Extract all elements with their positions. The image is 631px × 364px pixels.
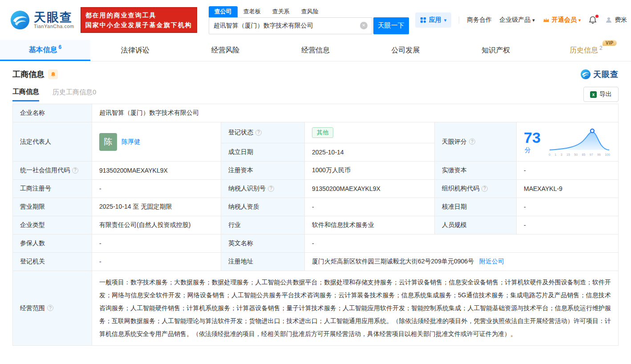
tab-operation-info[interactable]: 经营信息 xyxy=(271,40,361,61)
tianyancha-watermark: 天眼查 xyxy=(580,69,619,80)
score-unit: 分 xyxy=(525,146,531,154)
help-icon[interactable]: ? xyxy=(481,186,488,192)
paid-capital-value: - xyxy=(517,162,619,180)
vip-badge: VIP xyxy=(603,40,617,46)
tab-count: 6 xyxy=(58,44,61,50)
tab-history-info[interactable]: 历史信息 2 VIP xyxy=(541,40,631,61)
notification-bell-icon[interactable] xyxy=(588,16,597,24)
business-info-table: 企业名称 超讯智算（厦门）数字技术有限公司 法定代表人 陈 陈厚健 登记状态? … xyxy=(12,104,619,346)
help-icon[interactable]: ? xyxy=(72,167,78,174)
legal-rep-link[interactable]: 陈厚健 xyxy=(121,138,140,146)
subscribe-bell-icon[interactable] xyxy=(48,69,58,79)
reg-authority-value: - xyxy=(92,253,221,271)
table-row: 法定代表人 陈 陈厚健 登记状态? 其他 天眼评分? 73分 xyxy=(13,122,619,143)
table-row: 企业名称 超讯智算（厦门）数字技术有限公司 xyxy=(13,104,619,122)
tab-label: 经营信息 xyxy=(301,46,330,55)
field-label-taxpayer-quality: 纳税人资质 xyxy=(221,198,305,216)
establish-date-value: 2025-10-14 xyxy=(305,143,435,162)
subtab-label: 历史工商信息 xyxy=(53,88,93,96)
subtab-count: 0 xyxy=(93,88,96,96)
user-avatar-icon xyxy=(605,16,613,24)
apps-menu-button[interactable]: 应用 ▾ xyxy=(415,12,452,28)
reg-capital-value: 1000万人民币 xyxy=(305,162,435,180)
header-menu: 应用 ▾ 商务合作 企业级产品 ▾ 开通会员 ▾ xyxy=(415,12,627,28)
user-menu[interactable]: 费米 xyxy=(605,16,627,24)
top-header: 天眼查 TianYanCha.com 都在用的商业查询工具 国家中小企业发展子基… xyxy=(0,0,631,40)
help-icon[interactable]: ? xyxy=(255,129,262,136)
tianyan-score: 73分 xyxy=(524,128,611,156)
approval-date-value: - xyxy=(517,198,619,216)
help-icon[interactable]: ? xyxy=(268,186,274,192)
field-label-score: 天眼评分? xyxy=(435,122,517,162)
menu-vip[interactable]: 开通会员 ▾ xyxy=(542,16,581,24)
tab-operation-risk[interactable]: 经营风险 xyxy=(180,40,271,61)
company-nav-tabs: 基本信息 6 法律诉讼 经营风险 经营信息 公司发展 知识产权 历史信息 2 V… xyxy=(0,40,631,61)
logo-title: 天眼查 xyxy=(34,11,74,24)
org-code-value: MAEXAYKL-9 xyxy=(517,180,619,198)
help-icon[interactable]: ? xyxy=(47,305,53,311)
search-tab-relation[interactable]: 查关系 xyxy=(267,6,295,17)
username-label: 费米 xyxy=(615,16,627,24)
enterprise-label: 企业级产品 xyxy=(499,16,530,24)
field-label-industry: 行业 xyxy=(221,216,305,235)
search-tab-company[interactable]: 查公司 xyxy=(209,6,238,17)
field-label-establish-date: 成立日期 xyxy=(221,143,305,162)
tab-basic-info[interactable]: 基本信息 6 xyxy=(0,40,90,61)
insured-count-value: - xyxy=(92,235,221,253)
status-badge: 其他 xyxy=(312,127,333,138)
tianyancha-logo-icon xyxy=(580,69,591,80)
tab-legal-litigation[interactable]: 法律诉讼 xyxy=(90,40,181,61)
tianyancha-logo-icon xyxy=(10,10,30,30)
credit-code-value: 91350200MAEXAYKL9X xyxy=(92,162,221,180)
field-label-approval-date: 核准日期 xyxy=(435,198,517,216)
search-tab-risk[interactable]: 查风险 xyxy=(295,6,324,17)
business-term-value: 2025-10-14 至 无固定期限 xyxy=(92,198,221,216)
search-box[interactable]: × xyxy=(209,17,372,34)
export-button[interactable]: x 导出 xyxy=(583,87,619,102)
search-tabs: 查公司 查老板 查关系 查风险 xyxy=(209,6,409,17)
field-label-english-name: 英文名称 xyxy=(221,235,305,253)
tab-count: 2 xyxy=(599,45,603,51)
search-button[interactable]: 天眼一下 xyxy=(373,17,409,34)
chevron-down-icon: ▾ xyxy=(578,17,581,23)
tab-label: 法律诉讼 xyxy=(121,46,150,55)
field-label-insured-count: 参保人数 xyxy=(13,235,92,253)
field-label-text: 统一社会信用代码 xyxy=(20,166,70,174)
tab-company-development[interactable]: 公司发展 xyxy=(360,40,451,61)
taxpayer-id-value: 91350200MAEXAYKL9X xyxy=(305,180,435,198)
field-label-org-code: 组织机构代码? xyxy=(435,180,517,198)
field-label-reg-address: 注册地址 xyxy=(221,253,305,271)
excel-icon: x xyxy=(590,91,597,98)
crown-icon xyxy=(542,17,550,23)
menu-cooperation[interactable]: 商务合作 xyxy=(467,16,492,24)
field-label-staff-size: 人员规模 xyxy=(435,216,517,235)
main-content: 工商信息 天眼查 工商信息 历史工商信息0 xyxy=(0,69,631,355)
help-icon[interactable]: ? xyxy=(469,138,475,145)
notification-dot xyxy=(595,15,599,18)
company-name-value: 超讯智算（厦门）数字技术有限公司 xyxy=(92,104,619,122)
business-info-subtabs: 工商信息 历史工商信息0 x 导出 xyxy=(12,87,619,102)
field-label-text: 纳税人识别号 xyxy=(228,185,266,192)
score-distribution-chart: 0131550859799100 xyxy=(548,128,611,156)
subtab-business-info[interactable]: 工商信息 xyxy=(12,88,39,101)
industry-value: 软件和信息技术服务业 xyxy=(305,216,435,235)
field-label-business-scope: 经营范围? xyxy=(13,271,92,346)
search-input[interactable] xyxy=(214,22,360,29)
table-row: 登记机关 - 注册地址 厦门火炬高新区软件园三期诚毅北大街62号209单元090… xyxy=(13,253,619,271)
taxpayer-quality-value: - xyxy=(305,198,435,216)
tianyancha-logo[interactable]: 天眼查 TianYanCha.com xyxy=(10,10,74,30)
menu-enterprise[interactable]: 企业级产品 ▾ xyxy=(499,16,535,24)
search-tab-boss[interactable]: 查老板 xyxy=(238,6,267,17)
subtab-history-business-info[interactable]: 历史工商信息0 xyxy=(53,88,96,101)
field-label-reg-capital: 注册资本 xyxy=(221,162,305,180)
clear-search-icon[interactable]: × xyxy=(360,22,368,29)
legal-rep-avatar[interactable]: 陈 xyxy=(99,133,117,151)
field-label-text: 经营范围 xyxy=(20,304,45,311)
tab-label: 历史信息 xyxy=(570,46,598,55)
field-label-text: 天眼评分 xyxy=(442,138,467,145)
slogan-banner: 都在用的商业查询工具 国家中小企业发展子基金旗下机构 xyxy=(81,7,197,33)
nearby-companies-link[interactable]: 附近公司 xyxy=(479,258,504,265)
reg-address-cell: 厦门火炬高新区软件园三期诚毅北大街62号209单元0906号 附近公司 xyxy=(305,253,619,271)
table-row: 营业期限 2025-10-14 至 无固定期限 纳税人资质 - 核准日期 - xyxy=(13,198,619,216)
tab-intellectual-property[interactable]: 知识产权 xyxy=(451,40,541,61)
